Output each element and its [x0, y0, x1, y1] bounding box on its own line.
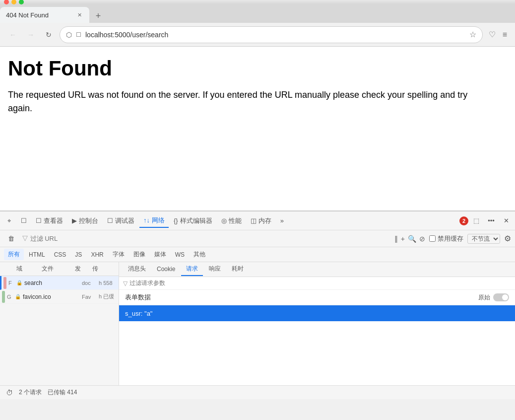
- pocket-icon[interactable]: ♡: [487, 28, 498, 41]
- request-type: doc: [82, 280, 97, 286]
- add-filter-icon[interactable]: +: [401, 235, 405, 243]
- performance-label: 性能: [229, 216, 242, 225]
- detail-tab-request[interactable]: 请求: [181, 263, 203, 276]
- tab-style-editor[interactable]: {} 样式编辑器: [170, 214, 216, 228]
- clear-network-icon[interactable]: 🗑: [4, 232, 18, 246]
- disable-cache-input[interactable]: [429, 235, 436, 242]
- request-details-panel: 消息头 Cookie 请求 响应 耗时 ▽ 过滤请求参数 表单数据 原始: [119, 262, 515, 385]
- inspector-icon: ☐: [36, 217, 42, 224]
- tab-more[interactable]: »: [276, 214, 288, 228]
- reload-button[interactable]: ↻: [42, 28, 56, 42]
- request-item[interactable]: G 🔒 favicon.ico Fav h 已缓: [0, 290, 119, 304]
- browser-chrome: 404 Not Found ✕ + ← → ↻ ⬡ ☐ localhost:50…: [0, 0, 515, 47]
- detail-tab-response[interactable]: 响应: [204, 263, 226, 276]
- request-name: favicon.ico: [23, 293, 80, 300]
- form-data-key-value: s_usr: "a": [125, 310, 152, 317]
- network-panel: 域 文件 发 传 F 🔒 search doc h 558 G 🔒 favico…: [0, 262, 515, 385]
- forward-button[interactable]: →: [24, 28, 38, 42]
- clock-icon: ⏱: [6, 389, 13, 397]
- type-filter-bar: 所有 HTML CSS JS XHR 字体 图像 媒体 WS 其他: [0, 247, 515, 262]
- page-content: Not Found The requested URL was not foun…: [0, 47, 515, 210]
- memory-label: 内存: [258, 216, 271, 225]
- tab-performance[interactable]: ◎ 性能: [217, 214, 246, 228]
- col-header-transfer[interactable]: 传: [89, 265, 115, 273]
- pause-icon[interactable]: ‖: [394, 235, 398, 243]
- tab-inspector[interactable]: ☐ 查看器: [32, 214, 67, 228]
- request-method: G: [7, 294, 13, 300]
- tab-console[interactable]: ▶ 控制台: [68, 214, 102, 228]
- console-icon: ▶: [72, 217, 77, 224]
- filter-type-media[interactable]: 媒体: [150, 249, 170, 260]
- request-count: 2 个请求: [19, 388, 42, 397]
- url-bar[interactable]: ⬡ ☐ localhost:5000/user/search ☆: [60, 26, 483, 43]
- network-label: 网络: [152, 216, 165, 225]
- tab-memory[interactable]: ◫ 内存: [247, 214, 275, 228]
- detail-tab-cookies[interactable]: Cookie: [152, 264, 180, 276]
- col-header-send[interactable]: 发: [72, 265, 89, 273]
- form-data-row[interactable]: s_usr: "a": [119, 305, 515, 321]
- inspector-pick-icon[interactable]: ⌖: [2, 214, 16, 228]
- debugger-icon: ☐: [107, 217, 113, 224]
- tab-close-button[interactable]: ✕: [75, 11, 83, 19]
- network-filter-bar: 🗑 ‖ + 🔍 ⊘ 禁用缓存 不节流 ⚙: [0, 230, 515, 247]
- request-size: h 已缓: [99, 293, 117, 300]
- settings-icon[interactable]: ⚙: [504, 234, 511, 243]
- dock-icon[interactable]: ⬚: [469, 214, 483, 228]
- detail-tab-headers[interactable]: 消息头: [123, 263, 151, 276]
- network-column-header: 域 文件 发 传: [0, 262, 119, 276]
- error-badge: 2: [459, 216, 468, 225]
- tab-network[interactable]: ↑↓ 网络: [139, 214, 169, 228]
- col-header-file[interactable]: 文件: [39, 265, 72, 273]
- detail-tab-timing[interactable]: 耗时: [227, 263, 249, 276]
- inspector-label: 查看器: [44, 216, 63, 225]
- minimize-button[interactable]: [11, 0, 16, 4]
- request-item[interactable]: F 🔒 search doc h 558: [0, 276, 119, 290]
- menu-icon[interactable]: ≡: [501, 28, 509, 41]
- browser-tab[interactable]: 404 Not Found ✕: [0, 7, 89, 23]
- url-text: localhost:5000/user/search: [85, 31, 465, 39]
- address-bar: ← → ↻ ⬡ ☐ localhost:5000/user/search ☆ ♡…: [0, 23, 515, 47]
- more-options-icon[interactable]: •••: [484, 214, 498, 228]
- raw-toggle-switch[interactable]: [493, 293, 509, 301]
- devtools-panel: ⌖ ☐ ☐ 查看器 ▶ 控制台 ☐ 调试器 ↑↓ 网络 {} 样式编辑器 ◎ 性…: [0, 210, 515, 399]
- maximize-button[interactable]: [19, 0, 24, 4]
- filter-type-all[interactable]: 所有: [4, 249, 24, 260]
- tab-debugger[interactable]: ☐ 调试器: [103, 214, 138, 228]
- throttle-select[interactable]: 不节流: [467, 234, 500, 244]
- toggle-knob: [502, 294, 508, 300]
- block-icon[interactable]: ⊘: [419, 235, 425, 243]
- request-list: 域 文件 发 传 F 🔒 search doc h 558 G 🔒 favico…: [0, 262, 119, 385]
- page-heading: Not Found: [8, 57, 507, 80]
- chevron-right-icon: »: [280, 217, 284, 224]
- disable-cache-checkbox[interactable]: 禁用缓存: [429, 234, 463, 243]
- filter-icons: ‖ + 🔍 ⊘: [394, 235, 425, 243]
- debugger-label: 调试器: [115, 216, 134, 225]
- filter-type-css[interactable]: CSS: [50, 250, 70, 260]
- close-button[interactable]: [4, 0, 9, 4]
- performance-icon: ◎: [221, 217, 227, 224]
- filter-type-xhr[interactable]: XHR: [87, 250, 107, 260]
- url-filter-input[interactable]: [22, 235, 390, 242]
- filter-type-image[interactable]: 图像: [129, 249, 149, 260]
- network-icon: ↑↓: [143, 216, 150, 224]
- raw-toggle[interactable]: 原始: [478, 293, 509, 302]
- filter-type-js[interactable]: JS: [71, 250, 86, 260]
- new-tab-button[interactable]: +: [91, 9, 105, 23]
- filter-type-ws[interactable]: WS: [171, 250, 189, 260]
- responsive-design-icon[interactable]: ☐: [17, 214, 31, 228]
- close-devtools-icon[interactable]: ✕: [499, 214, 513, 228]
- lock-icon: 🔒: [15, 294, 21, 299]
- tab-title: 404 Not Found: [6, 11, 71, 19]
- disable-cache-label: 禁用缓存: [438, 234, 463, 243]
- request-size: h 558: [99, 280, 117, 286]
- col-header-domain[interactable]: 域: [13, 265, 39, 273]
- filter-type-font[interactable]: 字体: [109, 249, 129, 260]
- browser-toolbar: ♡ ≡: [487, 28, 509, 41]
- back-button[interactable]: ←: [6, 28, 20, 42]
- filter-type-html[interactable]: HTML: [25, 250, 49, 260]
- memory-icon: ◫: [251, 217, 257, 224]
- status-indicator: [2, 291, 5, 303]
- filter-type-other[interactable]: 其他: [190, 249, 209, 260]
- search-filter-icon[interactable]: 🔍: [408, 235, 416, 243]
- bookmark-icon[interactable]: ☆: [469, 30, 476, 39]
